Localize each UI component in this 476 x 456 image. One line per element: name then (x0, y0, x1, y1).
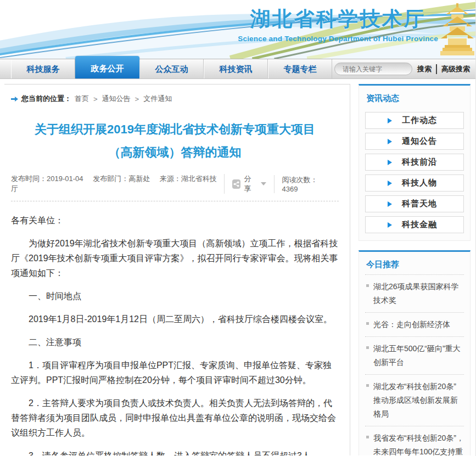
paragraph: 为做好2019年湖北省技术创新专项重大项目（高新领域）立项工作，根据省科技厅《2… (11, 236, 339, 280)
sidebar-item-label: 科普天地 (402, 199, 437, 209)
tab-keji-fuwu[interactable]: 科技服务 (11, 59, 75, 78)
paragraph: 1．项目评审程序为项目申报单位PPT汇报、专家质询、申报单位答疑、专家独立评判。… (11, 358, 339, 387)
advanced-search-link[interactable]: 高级搜索 (436, 64, 470, 74)
chevron-right-icon (388, 139, 392, 144)
recommend-item[interactable]: 湖北发布“科技创新20条” 推动形成区域创新发展新格局 (365, 375, 464, 426)
recommend-section: 今日推荐 湖北26项成果获国家科学技术奖 光谷：走向创新经济体 湖北五年500亿… (359, 250, 471, 455)
breadcrumb-file-notice[interactable]: 文件通知 (143, 94, 172, 104)
recommend-item[interactable]: 光谷：走向创新经济体 (365, 313, 464, 337)
content-area: 您当前的位置： 首页 > 通知公告 > 文件通知 关于组织开展2019年度湖北省… (0, 79, 475, 455)
news-section: 资讯动态 工作动态 通知公告 科技前沿 科技人物 (359, 84, 471, 241)
pagoda-icon (440, 2, 474, 57)
sidebar-item-science-world[interactable]: 科普天地 (365, 195, 464, 212)
breadcrumb: 您当前的位置： 首页 > 通知公告 > 文件通知 (11, 94, 339, 104)
breadcrumb-separator: > (134, 95, 141, 103)
sidebar-item-tech-people[interactable]: 科技人物 (365, 174, 464, 192)
main-nav: 科技服务 政务公开 公众互动 科技资讯 专题专栏 搜索 高级搜索 (0, 59, 475, 79)
tab-gongzhong-hudong[interactable]: 公众互动 (139, 59, 204, 78)
sidebar-item-work-news[interactable]: 工作动态 (365, 112, 464, 129)
share-icon (232, 179, 241, 189)
sidebar-item-label: 科技人物 (402, 178, 437, 188)
bullet-icon (366, 284, 369, 287)
bullet-icon (366, 346, 369, 349)
chevron-right-icon (388, 181, 392, 186)
chevron-right-icon (388, 201, 392, 207)
article-meta-right: 分享 阅读次数：4369 (224, 174, 339, 194)
breadcrumb-notices[interactable]: 通知公告 (102, 94, 131, 104)
article-title: 关于组织开展2019年度湖北省技术创新专项重大项目（高新领域）答辩的通知 (26, 118, 323, 164)
chevron-down-icon[interactable] (261, 182, 266, 185)
nav-search-area: 搜索 高级搜索 (334, 59, 475, 78)
sidebar: 资讯动态 工作动态 通知公告 科技前沿 科技人物 (359, 84, 471, 455)
sidebar-item-label: 科技金融 (402, 219, 437, 230)
site-title: 湖北省科学技术厅 (238, 5, 438, 33)
news-section-title: 资讯动态 (365, 91, 464, 108)
share-button[interactable]: 分享 (224, 174, 274, 194)
bullet-icon (366, 322, 369, 325)
article-meta-left: 发布时间：2019-01-04 发布部门：高新处 来源：湖北省科技厅 (11, 174, 224, 194)
recommend-section-title: 今日推荐 (365, 257, 464, 275)
publish-time: 发布时间：2019-01-04 (11, 174, 83, 183)
sidebar-item-tech-frontier[interactable]: 科技前沿 (365, 154, 464, 171)
share-label: 分享 (244, 174, 257, 194)
paragraph: 2019年1月8日-2019年1月12日（周二至周六），省科技厅综合楼四楼会议室… (11, 312, 339, 326)
read-count: 阅读次数：4369 (274, 175, 339, 193)
chevron-right-icon (388, 160, 392, 165)
publish-department: 发布部门：高新处 (93, 174, 150, 183)
recommend-item-label: 湖北五年500亿“砸向”重大创新平台 (373, 344, 461, 367)
arrow-right-icon (11, 96, 18, 102)
site-subtitle: Science and Technology Department of Hub… (238, 35, 438, 43)
recommend-item-label: 光谷：走向创新经济体 (373, 320, 450, 329)
sidebar-item-label: 工作动态 (402, 115, 437, 126)
sidebar-item-tech-finance[interactable]: 科技金融 (365, 216, 464, 233)
breadcrumb-separator: > (92, 95, 99, 103)
paragraph: 2．主答辩人要求为项目负责人或技术负责人。相关负责人无法到场答辩的，代替答辩者须… (11, 396, 339, 440)
recommend-item-label: 湖北发布“科技创新20条” 推动形成区域创新发展新格局 (373, 382, 458, 418)
paragraph: 3．请各参评单位严格控制答辩人数，进入答辩室的答辩人员不得超过3人。 (11, 448, 339, 455)
chevron-right-icon (388, 222, 392, 228)
recommend-item[interactable]: 我省发布“科技创新20条”，未来四年每年100亿支持重大项目 (365, 426, 464, 455)
site-header: 湖北省科学技术厅 Science and Technology Departme… (0, 0, 475, 59)
tab-zhuanti-zhuanlan[interactable]: 专题专栏 (268, 59, 332, 78)
section-heading-1: 一、时间地点 (11, 289, 339, 303)
bullet-icon (366, 436, 369, 438)
main-column: 您当前的位置： 首页 > 通知公告 > 文件通知 关于组织开展2019年度湖北省… (4, 84, 350, 455)
breadcrumb-home[interactable]: 首页 (75, 94, 89, 104)
search-links: 搜索 高级搜索 (417, 64, 470, 74)
search-box[interactable] (334, 63, 412, 75)
paragraph: 各有关单位： (11, 213, 339, 228)
search-button[interactable]: 搜索 (417, 64, 436, 74)
site-brand: 湖北省科学技术厅 Science and Technology Departme… (238, 5, 438, 43)
recommend-item[interactable]: 湖北五年500亿“砸向”重大创新平台 (365, 337, 464, 375)
sidebar-item-notices[interactable]: 通知公告 (365, 133, 464, 150)
tab-zhengwu-gongkai[interactable]: 政务公开 (75, 56, 139, 78)
page: 湖北省科学技术厅 Science and Technology Departme… (0, 0, 476, 456)
search-input[interactable] (343, 65, 428, 73)
breadcrumb-prefix: 您当前的位置： (21, 94, 71, 104)
read-count-label: 阅读次数：4369 (282, 175, 331, 193)
recommend-item-label: 湖北26项成果获国家科学技术奖 (373, 282, 459, 305)
article-meta: 发布时间：2019-01-04 发布部门：高新处 来源：湖北省科技厅 (11, 170, 339, 201)
sidebar-item-label: 通知公告 (402, 136, 437, 147)
bullet-icon (366, 384, 369, 387)
chevron-right-icon (388, 118, 392, 123)
tab-keji-zixun[interactable]: 科技资讯 (204, 59, 268, 78)
section-heading-2: 二、注意事项 (11, 335, 339, 350)
recommend-item[interactable]: 湖北26项成果获国家科学技术奖 (365, 275, 464, 313)
article-body: 各有关单位： 为做好2019年湖北省技术创新专项重大项目（高新领域）立项工作，根… (11, 201, 339, 455)
sidebar-item-label: 科技前沿 (402, 157, 437, 167)
recommend-item-label: 我省发布“科技创新20条”，未来四年每年100亿支持重大项目 (373, 434, 464, 455)
